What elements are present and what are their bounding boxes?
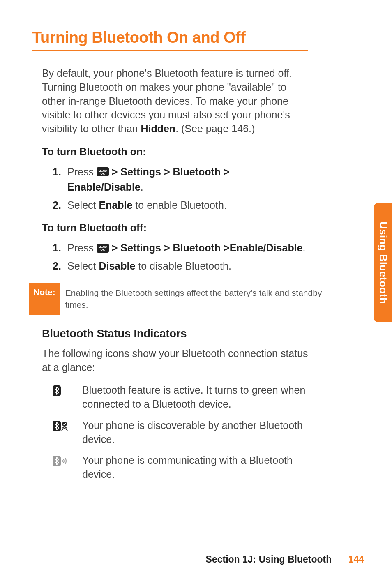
indicators-heading: Bluetooth Status Indicators (42, 327, 308, 340)
step-number: 1. (53, 164, 61, 180)
indicator-desc: Bluetooth feature is active. It turns to… (82, 383, 308, 411)
step-text: Press (67, 242, 97, 254)
step-tail: . (141, 181, 143, 193)
footer-page-number: 144 (348, 554, 364, 565)
turn-off-heading: To turn Bluetooth off: (42, 222, 308, 234)
intro-bold-hidden: Hidden (141, 123, 175, 134)
step-text: Select (67, 199, 99, 211)
step-number: 2. (53, 198, 61, 213)
step-tail: to enable Bluetooth. (132, 199, 226, 211)
icon-top: MENU (99, 169, 107, 172)
indicator-row: Your phone is communicating with a Bluet… (52, 454, 308, 482)
indicator-row: Bluetooth feature is active. It turns to… (52, 383, 308, 411)
page-content: Turning Bluetooth On and Off By default,… (0, 0, 337, 482)
side-tab: Using Bluetooth (374, 203, 392, 322)
indicator-row: Your phone is discoverable by another Bl… (52, 419, 308, 447)
list-item: 1. Press MENUOK > Settings > Bluetooth >… (53, 164, 308, 195)
icon-top: MENU (99, 245, 107, 248)
side-tab-label: Using Bluetooth (377, 221, 389, 304)
list-item: 1. Press MENUOK > Settings > Bluetooth >… (53, 240, 308, 256)
step-number: 2. (53, 258, 61, 274)
bluetooth-active-icon (52, 385, 68, 399)
page-title: Turning Bluetooth On and Off (32, 29, 308, 51)
page-footer: Section 1J: Using Bluetooth 144 (206, 554, 364, 565)
menu-ok-icon: MENUOK (97, 167, 109, 176)
step-text: Select (67, 260, 99, 272)
list-item: 2. Select Enable to enable Bluetooth. (53, 198, 308, 213)
step-tail: to disable Bluetooth. (135, 260, 231, 272)
step-bold: Enable (99, 199, 132, 211)
note-box: Note: Enabling the Bluetooth settings af… (29, 283, 339, 315)
list-item: 2. Select Disable to disable Bluetooth. (53, 258, 308, 274)
icon-bot: OK (101, 172, 105, 175)
step-number: 1. (53, 240, 61, 256)
indicator-desc: Your phone is communicating with a Bluet… (82, 454, 308, 482)
icon-bot: OK (101, 248, 105, 251)
step-text: Press (67, 166, 97, 178)
intro-paragraph: By default, your phone's Bluetooth featu… (42, 67, 308, 136)
menu-ok-icon: MENUOK (97, 244, 109, 253)
indicator-desc: Your phone is discoverable by another Bl… (82, 419, 308, 447)
step-bold: Disable (99, 260, 135, 272)
step-bold: > Settings > Bluetooth >Enable/Disable (112, 242, 303, 254)
indicators-intro: The following icons show your Bluetooth … (42, 347, 308, 375)
note-text: Enabling the Bluetooth settings affect t… (60, 283, 339, 315)
note-label: Note: (29, 283, 60, 315)
bluetooth-discoverable-icon (52, 420, 68, 434)
svg-point-4 (62, 460, 63, 462)
turn-on-steps: 1. Press MENUOK > Settings > Bluetooth >… (53, 164, 308, 213)
bluetooth-communicating-icon (52, 455, 68, 469)
intro-text-c: . (See page 146.) (175, 123, 255, 134)
step-tail: . (303, 242, 306, 254)
footer-section: Section 1J: Using Bluetooth (206, 554, 332, 565)
turn-on-heading: To turn Bluetooth on: (42, 146, 308, 158)
turn-off-steps: 1. Press MENUOK > Settings > Bluetooth >… (53, 240, 308, 274)
